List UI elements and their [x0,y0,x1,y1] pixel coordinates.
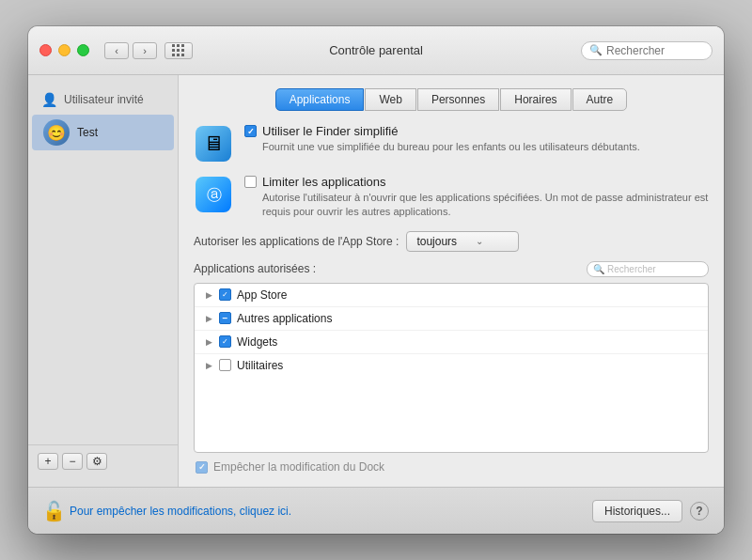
maximize-button[interactable] [77,44,89,56]
apps-search-placeholder: Rechercher [607,264,656,274]
sidebar-item-test[interactable]: 😊 Test [32,115,174,150]
help-button[interactable]: ? [690,502,709,521]
titlebar: ‹ › Contrôle parental 🔍 [28,26,724,75]
list-item-autres[interactable]: ▶ Autres applications [195,307,708,331]
apps-search[interactable]: 🔍 Rechercher [587,261,709,277]
appstore-icon: ⓐ [196,177,231,212]
widgets-item-checkbox[interactable] [219,335,231,348]
close-button[interactable] [39,44,52,56]
authorized-label: Applications autorisées : [194,262,316,275]
list-item-utilitaires[interactable]: ▶ Utilitaires [195,354,708,377]
tab-horaires[interactable]: Horaires [500,88,571,111]
widgets-item-name: Widgets [237,335,277,349]
nav-buttons: ‹ › [104,42,193,59]
svg-text:ⓐ: ⓐ [207,187,222,203]
finder-section: 🖥 Utiliser le Finder simplifié Fournit u… [194,124,709,163]
list-item-appstore[interactable]: ▶ App Store [195,284,708,307]
apps-list: ▶ App Store ▶ Autres applications ▶ Widg… [194,283,709,453]
appstore-item-name: App Store [237,288,287,302]
list-item-widgets[interactable]: ▶ Widgets [195,331,708,354]
forward-button[interactable]: › [133,42,157,59]
tab-autre[interactable]: Autre [572,88,628,111]
sidebar-header: 👤 Utilisateur invité [28,85,178,115]
utilitaires-item-name: Utilitaires [237,359,283,372]
finder-title: Utiliser le Finder simplifié [262,124,398,138]
search-input[interactable] [606,44,704,57]
grid-icon [172,44,185,57]
grid-button[interactable] [164,42,193,59]
minimize-button[interactable] [58,44,70,56]
chevron-icon: ⌄ [476,236,483,246]
autres-item-name: Autres applications [237,312,332,325]
dropdown-value: toujours [416,235,457,248]
apps-section: ⓐ Limiter les applications Autorise l'ut… [194,175,709,220]
expand-icon: ▶ [204,290,213,300]
utilitaires-item-checkbox[interactable] [219,359,231,371]
apps-title-row: Limiter les applications [244,175,709,189]
expand-icon: ▶ [204,337,213,347]
lock-area: 🔓 Pour empêcher les modifications, cliqu… [43,499,291,523]
window-title: Contrôle parental [329,43,423,57]
tab-web[interactable]: Web [365,88,415,111]
finder-content: Utiliser le Finder simplifié Fournit une… [244,124,709,154]
dock-label: Empêcher la modification du Dock [213,460,384,474]
dock-row: Empêcher la modification du Dock [194,453,709,477]
avatar: 😊 [43,119,70,146]
apps-description: Autorise l'utilisateur à n'ouvrir que le… [262,191,709,220]
settings-button[interactable]: ⚙ [86,453,107,470]
main-window: ‹ › Contrôle parental 🔍 👤 Utilisateur in… [28,26,724,534]
appstore-item-checkbox[interactable] [219,288,231,301]
sidebar: 👤 Utilisateur invité 😊 Test + − ⚙ [28,75,179,487]
search-icon: 🔍 [589,44,603,56]
tabs: Applications Web Personnes Horaires Autr… [194,88,709,111]
add-user-button[interactable]: + [38,453,58,470]
finder-description: Fournit une vue simplifiée du bureau pou… [262,140,709,154]
autres-item-checkbox[interactable] [219,312,231,324]
expand-icon: ▶ [204,314,213,323]
appstore-dropdown-label: Autoriser les applications de l'App Stor… [194,235,399,248]
content-area: 👤 Utilisateur invité 😊 Test + − ⚙ Applic… [28,75,724,487]
finder-icon-container: 🖥 [194,124,233,163]
apps-checkbox[interactable] [244,176,257,188]
bottom-bar: 🔓 Pour empêcher les modifications, cliqu… [28,487,724,534]
appstore-dropdown[interactable]: toujours ⌄ [406,231,519,252]
dock-checkbox[interactable] [196,461,208,474]
sidebar-footer: + − ⚙ [28,444,178,477]
appstore-icon-container: ⓐ [194,175,233,214]
back-button[interactable]: ‹ [104,42,129,59]
remove-user-button[interactable]: − [62,453,83,470]
traffic-lights [39,44,89,56]
lock-link[interactable]: Pour empêcher les modifications, cliquez… [70,505,291,518]
appstore-dropdown-row: Autoriser les applications de l'App Stor… [194,231,709,252]
authorized-row: Applications autorisées : 🔍 Rechercher [194,261,709,277]
expand-icon: ▶ [204,361,213,370]
sidebar-header-label: Utilisateur invité [64,93,144,106]
lock-icon: 🔓 [43,499,64,523]
sidebar-user-name: Test [77,126,98,139]
finder-title-row: Utiliser le Finder simplifié [244,124,709,138]
finder-checkbox[interactable] [244,125,257,137]
titlebar-search[interactable]: 🔍 [581,41,713,60]
search-mini-icon: 🔍 [593,264,604,274]
user-icon: 👤 [39,90,58,109]
apps-content: Limiter les applications Autorise l'util… [244,175,709,220]
tab-applications[interactable]: Applications [275,88,365,111]
history-button[interactable]: Historiques... [592,500,682,522]
finder-icon: 🖥 [196,126,231,162]
main-panel: Applications Web Personnes Horaires Autr… [179,75,724,487]
tab-personnes[interactable]: Personnes [417,88,499,111]
apps-title: Limiter les applications [262,175,386,189]
bottom-right: Historiques... ? [592,500,709,522]
